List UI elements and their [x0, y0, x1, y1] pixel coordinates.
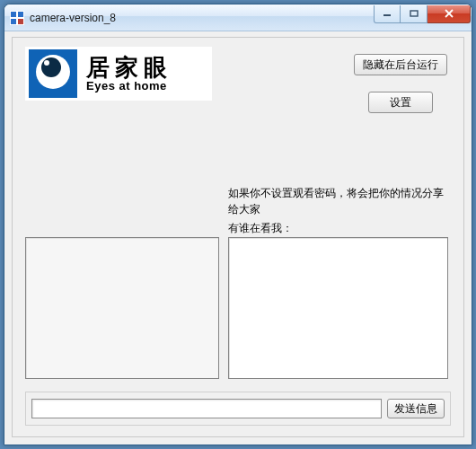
- svg-rect-6: [410, 11, 418, 16]
- svg-rect-5: [383, 14, 391, 16]
- maximize-button[interactable]: [401, 5, 428, 23]
- logo-text: 居家眼 Eyes at home: [86, 55, 172, 93]
- minimize-button[interactable]: [374, 5, 401, 23]
- svg-rect-2: [18, 12, 23, 17]
- preview-panel: [25, 237, 219, 379]
- minimize-icon: [383, 10, 392, 17]
- send-label: 发送信息: [394, 401, 437, 417]
- message-group: 发送信息: [25, 392, 451, 426]
- message-input[interactable]: [31, 399, 382, 418]
- app-window: camera-version_8 居家眼: [4, 4, 472, 445]
- svg-rect-3: [11, 19, 16, 24]
- svg-rect-1: [11, 12, 16, 17]
- client-area: 居家眼 Eyes at home 隐藏在后台运行 设置 如果你不设置观看密码，将…: [12, 37, 464, 437]
- send-button[interactable]: 发送信息: [387, 399, 445, 418]
- window-title: camera-version_8: [30, 12, 374, 24]
- close-icon: [444, 9, 454, 18]
- settings-label: 设置: [390, 95, 411, 110]
- hide-background-label: 隐藏在后台运行: [363, 57, 438, 73]
- logo-text-en: Eyes at home: [86, 80, 172, 92]
- info-text: 如果你不设置观看密码，将会把你的情况分享给大家: [228, 185, 444, 217]
- maximize-icon: [410, 10, 419, 17]
- logo-text-cn: 居家眼: [86, 55, 172, 81]
- close-button[interactable]: [428, 5, 471, 23]
- window-controls: [374, 5, 471, 23]
- hide-background-button[interactable]: 隐藏在后台运行: [354, 54, 447, 75]
- eye-logo-icon: [29, 49, 77, 98]
- svg-rect-4: [18, 19, 23, 24]
- watchers-label: 有谁在看我：: [228, 221, 293, 236]
- app-logo: 居家眼 Eyes at home: [25, 47, 212, 101]
- app-icon: [10, 11, 24, 25]
- watchers-list[interactable]: [228, 237, 448, 379]
- settings-button[interactable]: 设置: [368, 92, 433, 113]
- titlebar: camera-version_8: [4, 4, 472, 31]
